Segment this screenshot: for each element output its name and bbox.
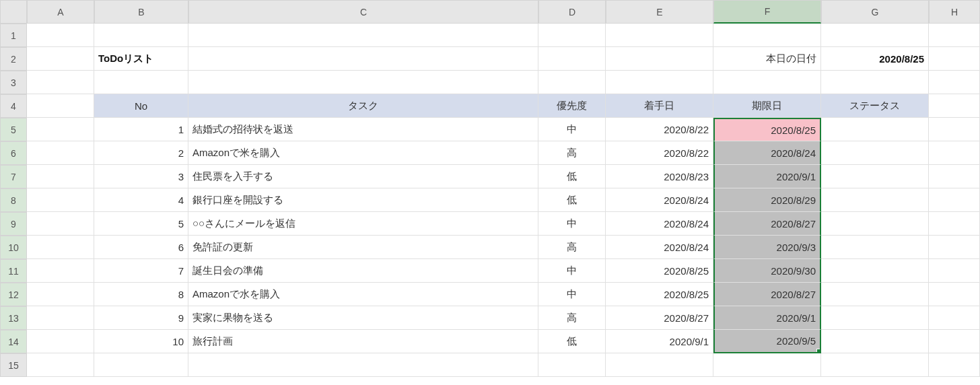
today-label[interactable]: 本日の日付 <box>713 47 821 71</box>
cell-task[interactable]: 免許証の更新 <box>188 236 538 259</box>
cell[interactable] <box>606 47 713 71</box>
cell[interactable] <box>27 330 94 353</box>
cell-priority[interactable]: 高 <box>538 141 606 165</box>
cell[interactable] <box>929 165 980 188</box>
cell-status[interactable] <box>821 118 929 141</box>
cell[interactable] <box>929 330 980 353</box>
cell[interactable] <box>188 71 538 94</box>
row-header-10[interactable]: 10 <box>0 236 27 259</box>
th-start[interactable]: 着手日 <box>606 94 713 118</box>
col-header-D[interactable]: D <box>538 0 606 24</box>
th-status[interactable]: ステータス <box>821 94 929 118</box>
cell-no[interactable]: 1 <box>94 118 188 141</box>
cell-no[interactable]: 9 <box>94 306 188 330</box>
col-header-F[interactable]: F <box>713 0 821 24</box>
cell-priority[interactable]: 中 <box>538 212 606 236</box>
row-header-14[interactable]: 14 <box>0 330 27 353</box>
select-all-corner[interactable] <box>0 0 27 24</box>
cell[interactable] <box>27 283 94 306</box>
row-header-7[interactable]: 7 <box>0 165 27 188</box>
cell[interactable] <box>27 188 94 212</box>
col-header-E[interactable]: E <box>606 0 713 24</box>
cell[interactable] <box>27 47 94 71</box>
row-header-11[interactable]: 11 <box>0 259 27 283</box>
cell-task[interactable]: 住民票を入手する <box>188 165 538 188</box>
row-header-12[interactable]: 12 <box>0 283 27 306</box>
cell[interactable] <box>606 71 713 94</box>
cell[interactable] <box>929 306 980 330</box>
cell[interactable] <box>188 47 538 71</box>
cell-start[interactable]: 2020/8/25 <box>606 259 713 283</box>
cell-task[interactable]: 実家に果物を送る <box>188 306 538 330</box>
col-header-H[interactable]: H <box>929 0 980 24</box>
cell-due[interactable]: 2020/9/1 <box>713 306 821 330</box>
today-value[interactable]: 2020/8/25 <box>821 47 929 71</box>
cell[interactable] <box>27 71 94 94</box>
cell[interactable] <box>27 94 94 118</box>
cell-no[interactable]: 3 <box>94 165 188 188</box>
cell-status[interactable] <box>821 330 929 353</box>
col-header-A[interactable]: A <box>27 0 94 24</box>
cell[interactable] <box>929 24 980 47</box>
cell-priority[interactable]: 中 <box>538 283 606 306</box>
cell[interactable] <box>188 353 538 377</box>
cell-due[interactable]: 2020/8/24 <box>713 141 821 165</box>
cell[interactable] <box>929 236 980 259</box>
cell-status[interactable] <box>821 259 929 283</box>
cell[interactable] <box>27 141 94 165</box>
cell-start[interactable]: 2020/8/22 <box>606 118 713 141</box>
cell[interactable] <box>929 353 980 377</box>
cell[interactable] <box>606 353 713 377</box>
spreadsheet-grid[interactable]: ABCDEFGH12ToDoリスト本日の日付2020/8/2534Noタスク優先… <box>0 0 980 377</box>
cell-due[interactable]: 2020/9/3 <box>713 236 821 259</box>
cell[interactable] <box>538 24 606 47</box>
th-due[interactable]: 期限日 <box>713 94 821 118</box>
cell[interactable] <box>27 165 94 188</box>
row-header-3[interactable]: 3 <box>0 71 27 94</box>
cell[interactable] <box>713 353 821 377</box>
cell-status[interactable] <box>821 236 929 259</box>
cell-no[interactable]: 8 <box>94 283 188 306</box>
cell[interactable] <box>606 24 713 47</box>
th-task[interactable]: タスク <box>188 94 538 118</box>
cell-no[interactable]: 10 <box>94 330 188 353</box>
cell[interactable] <box>929 259 980 283</box>
th-no[interactable]: No <box>94 94 188 118</box>
cell[interactable] <box>929 47 980 71</box>
cell-status[interactable] <box>821 188 929 212</box>
cell-due[interactable]: 2020/9/1 <box>713 165 821 188</box>
cell-task[interactable]: 誕生日会の準備 <box>188 259 538 283</box>
cell-priority[interactable]: 中 <box>538 259 606 283</box>
cell[interactable] <box>94 71 188 94</box>
cell-start[interactable]: 2020/9/1 <box>606 330 713 353</box>
cell-task[interactable]: ○○さんにメールを返信 <box>188 212 538 236</box>
cell[interactable] <box>929 118 980 141</box>
cell-start[interactable]: 2020/8/24 <box>606 188 713 212</box>
row-header-6[interactable]: 6 <box>0 141 27 165</box>
cell[interactable] <box>94 353 188 377</box>
cell-priority[interactable]: 低 <box>538 330 606 353</box>
cell-task[interactable]: 結婚式の招待状を返送 <box>188 118 538 141</box>
cell-start[interactable]: 2020/8/27 <box>606 306 713 330</box>
cell[interactable] <box>929 283 980 306</box>
cell[interactable] <box>27 259 94 283</box>
cell[interactable] <box>27 236 94 259</box>
cell-no[interactable]: 6 <box>94 236 188 259</box>
cell[interactable] <box>94 24 188 47</box>
cell[interactable] <box>929 141 980 165</box>
cell[interactable] <box>929 94 980 118</box>
cell[interactable] <box>188 24 538 47</box>
cell-status[interactable] <box>821 283 929 306</box>
cell-status[interactable] <box>821 212 929 236</box>
cell-task[interactable]: 旅行計画 <box>188 330 538 353</box>
cell-task[interactable]: Amazonで米を購入 <box>188 141 538 165</box>
cell[interactable] <box>929 188 980 212</box>
cell[interactable] <box>821 71 929 94</box>
row-header-2[interactable]: 2 <box>0 47 27 71</box>
cell-no[interactable]: 7 <box>94 259 188 283</box>
cell-priority[interactable]: 高 <box>538 236 606 259</box>
row-header-8[interactable]: 8 <box>0 188 27 212</box>
cell-due[interactable]: 2020/9/5 <box>713 330 821 353</box>
cell-due[interactable]: 2020/8/25 <box>713 118 821 141</box>
cell-no[interactable]: 2 <box>94 141 188 165</box>
